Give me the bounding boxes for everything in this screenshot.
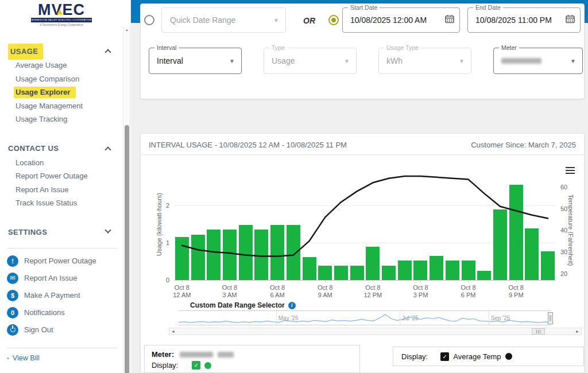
sidebar-item-label: Usage Explorer <box>14 87 76 98</box>
calendar-icon[interactable] <box>445 15 454 26</box>
quick-date-range-radio[interactable] <box>144 15 154 25</box>
sidebar-item-usage-comparison[interactable]: Usage Comparison <box>0 72 123 86</box>
usage-bar-9-am[interactable] <box>318 266 332 280</box>
quick-action-report-power-outage[interactable]: !Report Power Outage <box>0 252 123 270</box>
x-tick-label: Oct 812 PM <box>357 284 388 299</box>
end-date-value[interactable]: 10/08/2025 11:00 PM <box>475 15 552 25</box>
sidebar-item-usage-explorer[interactable]: Usage Explorer <box>0 86 123 99</box>
payment-icon: $ <box>7 290 18 301</box>
usage-bar-5-am[interactable] <box>254 230 268 280</box>
section-label: USAGE <box>10 47 38 56</box>
x-tick-mark <box>277 280 278 282</box>
usage-bar-2-pm[interactable] <box>398 261 412 280</box>
navigator-scrollbar[interactable]: ◄ ► <box>169 328 582 335</box>
usage-bar-3-pm[interactable] <box>413 261 427 280</box>
view-bill-link[interactable]: View Bill <box>13 354 40 362</box>
signout-icon <box>7 324 18 336</box>
x-tick-label: Oct 812 AM <box>167 284 198 299</box>
sidebar-item-report-power-outage[interactable]: Report Power Outage <box>0 169 123 183</box>
sidebar-section-usage[interactable]: USAGE <box>0 44 123 57</box>
usage-bar-7-am[interactable] <box>287 225 300 280</box>
usage-bar-12-pm[interactable] <box>366 247 380 281</box>
scroll-left-arrow-icon[interactable]: ◄ <box>169 328 177 335</box>
usage-bar-2-am[interactable] <box>207 230 220 280</box>
temp-legend-box: Display: ✓ Average Temp <box>393 347 584 366</box>
sidebar-item-label: Location <box>16 158 44 167</box>
meter-legend-box: Meter: Display: ✓ <box>144 345 360 373</box>
sidebar-item-usage-management[interactable]: Usage Management <box>0 99 123 113</box>
quick-action-notifications[interactable]: 0Notifications <box>0 304 123 321</box>
usage-bar-1-pm[interactable] <box>382 266 396 280</box>
chart-menu-icon[interactable] <box>566 167 575 176</box>
usage-bar-4-am[interactable] <box>239 225 253 280</box>
sidebar-item-label: Usage Management <box>16 102 83 110</box>
calendar-icon[interactable] <box>566 15 575 26</box>
usage-bar-1-am[interactable] <box>191 235 205 280</box>
sidebar-item-report-an-issue[interactable]: Report An Issue <box>0 183 123 197</box>
chevron-up-icon[interactable] <box>105 49 111 55</box>
sidebar-item-average-usage[interactable]: Average Usage <box>0 59 123 72</box>
chart-divider <box>141 154 584 155</box>
main-content: USAGE EXPLORER Quick Date Range ▼ OR Sta… <box>131 0 588 373</box>
usage-bar-10-pm[interactable] <box>525 228 539 280</box>
quick-action-report-an-issue[interactable]: ✉Report An Issue <box>0 270 123 287</box>
sidebar-item-track-issue-status[interactable]: Track Issue Status <box>0 196 123 210</box>
y-axis-label-left: Usage (kilowatt-hours) <box>156 178 163 270</box>
x-tick-mark <box>230 280 230 282</box>
sidebar-section-settings[interactable]: SETTINGS <box>0 225 123 239</box>
info-icon[interactable]: i <box>288 302 296 309</box>
usage-bar-6-am[interactable] <box>270 225 284 280</box>
sidebar-section-contact-us[interactable]: CONTACT US <box>0 141 123 155</box>
date-range-navigator[interactable]: May '25Jul '25Sep '25 <box>179 310 551 325</box>
navigator-tick-label: Sep '25 <box>491 315 510 321</box>
start-date-field[interactable]: Start Date 10/08/2025 12:00 AM <box>342 7 460 33</box>
vertical-scrollbar-thumb[interactable] <box>125 125 129 373</box>
usage-bar-11-pm[interactable] <box>541 251 555 280</box>
sidebar-item-location[interactable]: Location <box>0 156 123 170</box>
usage-bar-3-am[interactable] <box>223 230 237 280</box>
meter-select[interactable]: Meter ▼ <box>493 48 583 74</box>
usage-series-checkbox[interactable]: ✓ <box>192 361 200 370</box>
chevron-up-icon[interactable] <box>105 146 111 153</box>
usage-bar-7-pm[interactable] <box>477 271 491 280</box>
end-date-field[interactable]: End Date 10/08/2025 11:00 PM <box>467 7 581 33</box>
usage-bar-11-am[interactable] <box>350 266 364 280</box>
y-tick-left: 2 <box>146 202 169 209</box>
scroll-right-arrow-icon[interactable]: ► <box>574 328 581 335</box>
usage-bar-12-am[interactable] <box>175 237 189 280</box>
usage-bar-8-am[interactable] <box>303 257 316 280</box>
start-date-value[interactable]: 10/08/2025 12:00 AM <box>350 15 427 25</box>
quick-action-make-a-payment[interactable]: $Make A Payment <box>0 287 123 304</box>
mvec-logo-text: MVEC <box>38 2 85 18</box>
section-label: CONTACT US <box>8 144 59 153</box>
quick-date-range-placeholder: Quick Date Range <box>170 15 235 25</box>
quick-action-sign-out[interactable]: Sign Out <box>0 321 123 339</box>
interval-select[interactable]: Interval Interval ▼ <box>149 48 242 74</box>
custom-date-range-radio[interactable] <box>328 15 339 25</box>
meter-value-redacted <box>501 56 541 65</box>
usage-bar-5-pm[interactable] <box>446 261 459 280</box>
usage-explorer-page: MVEC MINNESOTA VALLEY ELECTRIC COOPERATI… <box>0 0 588 373</box>
usage-bar-9-pm[interactable] <box>509 185 523 280</box>
quick-date-range-select[interactable]: Quick Date Range ▼ <box>161 7 286 33</box>
usage-type-value: kWh <box>386 56 403 65</box>
type-label: Type <box>269 44 287 51</box>
meter-number-redacted <box>180 352 213 358</box>
x-tick-mark <box>469 280 469 282</box>
usage-bar-8-pm[interactable] <box>493 209 507 281</box>
usage-bar-6-pm[interactable] <box>462 261 475 280</box>
scroll-up-arrow-icon[interactable]: ▲ <box>125 28 129 32</box>
usage-bar-4-pm[interactable] <box>430 256 443 280</box>
navigator-handle[interactable] <box>548 312 553 324</box>
sidebar-item-usage-tracking[interactable]: Usage Tracking <box>0 112 123 126</box>
avg-temp-checkbox[interactable]: ✓ <box>440 352 449 361</box>
vertical-scrollbar[interactable]: ▲ <box>123 26 130 373</box>
gridline <box>174 205 556 206</box>
chart-card: INTERVAL USAGE - 10/08/2025 12 AM - 10/0… <box>140 133 585 373</box>
navigator-scrollbar-thumb[interactable] <box>532 328 545 335</box>
x-tick-label: Oct 89 PM <box>501 284 532 299</box>
x-axis-line <box>174 280 556 281</box>
chevron-down-icon[interactable] <box>105 227 111 233</box>
usage-bar-10-am[interactable] <box>334 266 348 280</box>
sidebar-divider <box>7 248 117 248</box>
